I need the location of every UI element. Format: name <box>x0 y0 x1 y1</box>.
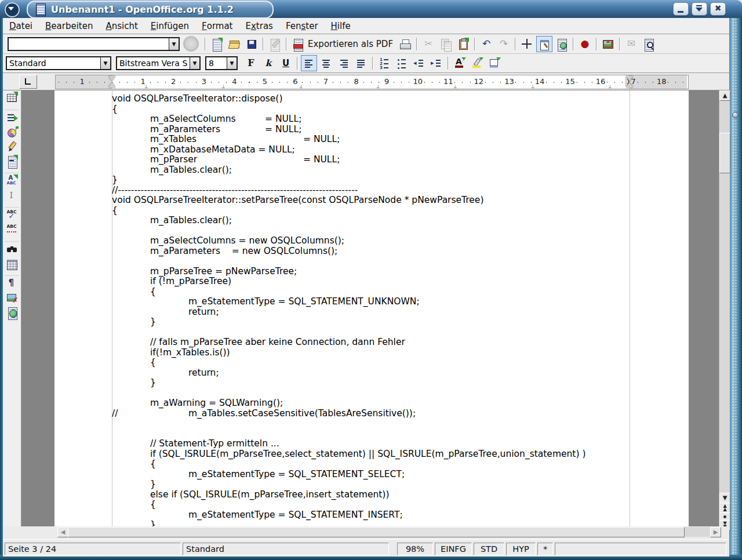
scroll-left-button[interactable]: ◀ <box>57 527 68 537</box>
menu-item-format[interactable]: Format <box>195 18 239 34</box>
menu-item-einfuegen[interactable]: Einfügen <box>144 18 195 34</box>
navigation-button[interactable] <box>719 512 730 521</box>
document-text[interactable]: void OSQLParseTreeIterator::dispose() { … <box>112 94 585 526</box>
decrease-indent-button[interactable]: ◂ <box>411 55 427 71</box>
border-grip[interactable] <box>732 112 739 118</box>
menu-item-datei[interactable]: Datei <box>3 18 39 34</box>
stylist-button[interactable] <box>536 36 552 52</box>
numbering-button[interactable]: 123 <box>376 55 392 71</box>
autotext-button[interactable]: AABC <box>5 174 20 188</box>
print-button[interactable] <box>397 36 413 52</box>
maximize-button[interactable] <box>692 2 707 16</box>
arrow-up-icon: ▲ <box>723 93 728 99</box>
minimize-button[interactable] <box>673 2 689 16</box>
stop-loading-button[interactable] <box>183 36 199 52</box>
open-button[interactable] <box>226 36 242 52</box>
status-insert-mode[interactable]: EINFG <box>435 543 472 555</box>
new-document-button[interactable] <box>209 36 225 52</box>
horizontal-scroll-thumb[interactable] <box>68 527 685 537</box>
font-color-button[interactable]: A <box>452 55 468 71</box>
url-combobox[interactable]: ▼ <box>8 37 180 51</box>
align-left-button[interactable] <box>301 55 317 71</box>
hyperlink-button[interactable] <box>554 36 570 52</box>
undo-button[interactable]: ↶ <box>478 36 494 52</box>
save-button[interactable] <box>243 36 260 52</box>
background-button[interactable] <box>486 55 503 71</box>
redo-button[interactable]: ↷ <box>496 36 512 52</box>
online-layout-button[interactable] <box>5 306 20 319</box>
align-right-button[interactable] <box>336 55 352 71</box>
style-dropdown-button[interactable]: ▼ <box>100 57 110 69</box>
underline-button[interactable]: U <box>278 55 294 71</box>
align-justify-button <box>355 57 367 69</box>
direct-cursor-button[interactable]: I <box>5 188 20 202</box>
graphics-onoff-button[interactable]: ✗ <box>5 291 20 305</box>
export-pdf-icon <box>292 38 304 50</box>
style-value[interactable]: Standard <box>7 59 100 68</box>
window-menu-button[interactable] <box>5 2 20 17</box>
insert-object-button[interactable] <box>5 125 20 139</box>
horizontal-scrollbar[interactable]: ◀ ▶ <box>57 527 721 537</box>
vertical-scrollbar[interactable]: ▲ ▼ ▲▲ ▼▼ <box>719 90 730 526</box>
url-dropdown-button[interactable]: ▼ <box>169 38 179 50</box>
export-pdf-button[interactable] <box>290 36 306 52</box>
previous-page-button[interactable]: ▲▲ <box>719 503 730 513</box>
mail-button[interactable]: ✉ <box>623 36 639 52</box>
scroll-up-button[interactable]: ▲ <box>719 90 730 101</box>
navigator-button[interactable] <box>519 36 535 52</box>
font-value[interactable]: Bitstream Vera S <box>117 59 190 68</box>
vertical-scroll-thumb[interactable] <box>719 133 730 173</box>
menu-item-fenster[interactable]: Fenster <box>279 18 325 34</box>
align-justify-button[interactable] <box>353 55 369 71</box>
find-replace-icon <box>6 243 18 255</box>
cut-button[interactable]: ✂ <box>420 36 437 52</box>
size-dropdown-button[interactable]: ▼ <box>227 57 237 69</box>
autospellcheck-button[interactable]: ABC <box>5 223 20 237</box>
export-pdf-label[interactable]: Exportieren als PDF <box>308 39 393 49</box>
font-name-combobox[interactable]: Bitstream Vera S ▼ <box>116 56 201 70</box>
highlighting-button[interactable] <box>469 55 485 71</box>
spellcheck-button[interactable]: ABC✓ <box>5 208 20 222</box>
paste-button[interactable] <box>455 36 471 52</box>
align-center-button[interactable] <box>318 55 334 71</box>
menu-item-bearbeiten[interactable]: Bearbeiten <box>39 18 99 34</box>
record-macro-button[interactable]: ● <box>577 36 593 52</box>
close-button[interactable]: ✖ <box>710 2 726 16</box>
data-sources-button[interactable] <box>5 257 20 271</box>
document-page[interactable]: void OSQLParseTreeIterator::dispose() { … <box>54 90 689 526</box>
window-controls: ✖ <box>673 2 726 16</box>
font-dropdown-button[interactable]: ▼ <box>190 57 199 69</box>
font-size-combobox[interactable]: 8 ▼ <box>205 56 238 70</box>
insert-table-button[interactable] <box>5 91 20 105</box>
status-page-indicator[interactable]: Seite 3 / 24 <box>5 543 181 555</box>
increase-indent-button[interactable]: ▸ <box>428 55 445 71</box>
insert-button[interactable] <box>5 111 20 125</box>
status-hyperlink-mode[interactable]: HYP <box>506 543 536 555</box>
draw-functions-button[interactable] <box>5 140 20 154</box>
paragraph-style-combobox[interactable]: Standard ▼ <box>6 56 111 70</box>
edit-file-button[interactable] <box>267 36 283 52</box>
menu-item-hilfe[interactable]: Hilfe <box>325 18 357 34</box>
menu-item-ansicht[interactable]: Ansicht <box>99 18 144 34</box>
find-replace-button[interactable] <box>5 242 20 256</box>
form-functions-button[interactable] <box>5 154 20 168</box>
copy-button[interactable] <box>438 36 454 52</box>
tab-type-button[interactable] <box>19 75 37 89</box>
scroll-right-button[interactable]: ▶ <box>710 527 721 537</box>
check-document-button[interactable] <box>641 36 657 52</box>
nonprinting-characters-button[interactable]: ¶ <box>5 277 20 290</box>
menu-item-extras[interactable]: Extras <box>239 18 279 34</box>
menu-bar: DateiBearbeitenAnsichtEinfügenFormatExtr… <box>3 18 729 34</box>
status-selection-mode[interactable]: STD <box>474 543 504 555</box>
status-zoom[interactable]: 98% <box>397 543 433 555</box>
insert-object-icon <box>6 126 18 138</box>
gallery-button[interactable] <box>600 36 616 52</box>
italic-button[interactable]: k <box>260 55 277 71</box>
double-arrow-up-icon: ▲▲ <box>723 504 726 511</box>
status-page-style[interactable]: Standard <box>183 543 389 555</box>
title-bar[interactable]: Unbenannt1 - OpenOffice.org 1.1.2 ✖ <box>0 0 742 18</box>
bold-button[interactable]: F <box>243 55 259 71</box>
scroll-down-button[interactable]: ▼ <box>719 493 730 503</box>
size-value[interactable]: 8 <box>206 59 227 68</box>
bullets-button[interactable] <box>394 55 410 71</box>
